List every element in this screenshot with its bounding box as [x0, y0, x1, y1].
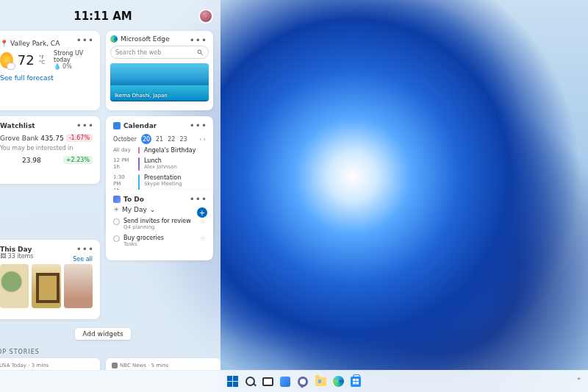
watchlist-card[interactable]: ••• Watchlist Grove Bank 435.75 -1.67% Y… [0, 116, 100, 184]
todo-checkbox[interactable] [113, 235, 120, 242]
todo-add-button[interactable]: + [197, 207, 207, 218]
user-avatar[interactable] [198, 9, 213, 24]
calendar-day-selected[interactable]: 20 [141, 134, 151, 144]
widgets-icon [280, 377, 290, 387]
widgets-header: 11:11 AM [0, 6, 213, 26]
calendar-more-icon[interactable]: ••• [190, 121, 207, 131]
chat-icon [298, 377, 308, 387]
photos-more-icon[interactable]: ••• [76, 244, 94, 254]
calendar-date-row: October 20 21 22 23 ‹ › [113, 134, 206, 144]
start-button[interactable] [226, 375, 239, 388]
weather-sun-icon [0, 52, 13, 68]
todo-more-icon[interactable]: ••• [190, 194, 207, 204]
search-icon [197, 49, 204, 56]
todo-checkbox[interactable] [113, 218, 120, 225]
calendar-next-icon[interactable]: › [204, 136, 206, 143]
edge-search-input[interactable]: Search the web [110, 46, 209, 59]
chevron-down-icon: ⌄ [150, 206, 156, 213]
store-button[interactable] [349, 375, 362, 388]
todo-item[interactable]: Send invites for reviewQ4 planning☆ [113, 218, 206, 230]
folder-icon [315, 377, 326, 386]
todo-list-selector[interactable]: ☀My Day ⌄ [113, 206, 206, 213]
edge-logo-icon [110, 35, 118, 43]
calendar-prev-icon[interactable]: ‹ [199, 136, 201, 143]
top-stories-header: TOP STORIES [0, 349, 220, 355]
edge-button[interactable] [331, 375, 345, 388]
watchlist-row[interactable]: 23.98 +2.23% [0, 156, 93, 164]
file-explorer-button[interactable] [314, 375, 327, 388]
edge-more-icon[interactable]: ••• [190, 35, 207, 46]
weather-more-icon[interactable]: ••• [76, 35, 94, 46]
todo-card[interactable]: ••• To Do ☀My Day ⌄ + Send invites for r… [106, 190, 213, 260]
add-widgets-button[interactable]: Add widgets [75, 328, 130, 340]
calendar-title: Calendar [123, 122, 157, 129]
chat-button[interactable] [296, 375, 309, 388]
photos-card[interactable]: ••• This Day 🖼 33 items See all [0, 240, 100, 319]
calendar-event[interactable]: All dayAngela's Birthday [113, 147, 206, 154]
weather-condition: Strong UV today [54, 50, 93, 63]
todo-app-icon [113, 196, 121, 203]
calendar-icon [113, 122, 121, 129]
edge-photo-caption: Ikema Ohashi, Japan [115, 93, 168, 99]
photos-see-all-link[interactable]: See all [73, 256, 93, 263]
calendar-day[interactable]: 21 [156, 136, 163, 143]
edge-title: Microsoft Edge [121, 35, 169, 43]
photo-thumbnail[interactable] [32, 264, 60, 308]
edge-photo[interactable]: Ikema Ohashi, Japan [110, 63, 209, 101]
weather-card[interactable]: ••• 📍 Valley Park, CA 72 °F°C Strong UV … [0, 31, 100, 110]
taskbar-search-button[interactable] [243, 375, 257, 388]
edge-icon [333, 376, 344, 387]
calendar-event[interactable]: 12 PM1hLunchAlex Johnson [113, 157, 206, 171]
store-icon [351, 377, 361, 387]
photo-thumbnail[interactable] [64, 264, 93, 308]
star-icon[interactable]: ☆ [200, 218, 206, 225]
calendar-day[interactable]: 22 [168, 136, 175, 143]
star-icon[interactable]: ☆ [200, 235, 206, 242]
watchlist-interest-label: You may be interested in [0, 145, 93, 152]
weather-forecast-link[interactable]: See full forecast [0, 74, 93, 82]
widgets-panel: 11:11 AM ••• 📍 Valley Park, CA 72 °F°C S… [0, 0, 220, 392]
weather-precip: 💧 0% [54, 63, 93, 70]
source-icon [112, 363, 118, 368]
sun-icon: ☀ [113, 206, 119, 213]
tray-chevron-up-icon[interactable]: ˄ [577, 377, 581, 385]
weather-units: °F°C [39, 55, 45, 65]
task-view-button[interactable] [261, 375, 274, 388]
weather-temp: 72 [18, 52, 35, 68]
taskbar: ˄ [0, 370, 588, 392]
todo-title: To Do [123, 196, 144, 203]
search-icon [245, 377, 255, 386]
watchlist-more-icon[interactable]: ••• [76, 121, 94, 131]
todo-item[interactable]: Buy groceriesTasks☆ [113, 235, 206, 247]
clock: 11:11 AM [74, 10, 132, 23]
watchlist-row[interactable]: Grove Bank 435.75 -1.67% [0, 134, 93, 142]
calendar-day[interactable]: 23 [179, 136, 187, 143]
edge-card[interactable]: ••• Microsoft Edge Search the web Ikema … [106, 31, 213, 110]
widgets-button[interactable] [279, 375, 292, 388]
task-view-icon [262, 377, 273, 386]
photo-thumbnail[interactable] [0, 264, 29, 308]
